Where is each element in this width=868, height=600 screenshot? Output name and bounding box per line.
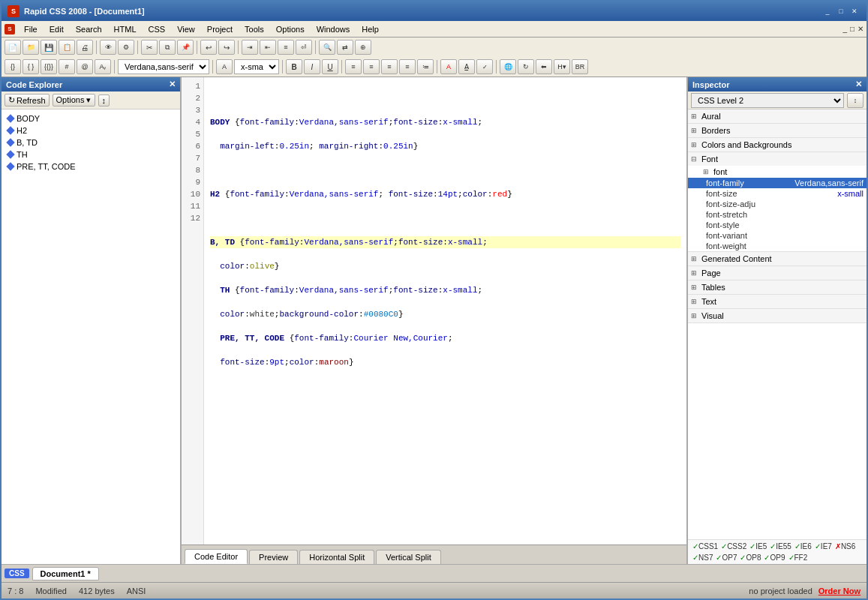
inspector-sort-btn[interactable]: ↕ xyxy=(847,93,863,108)
menu-edit[interactable]: Edit xyxy=(44,23,70,35)
paste-button[interactable]: 📌 xyxy=(177,40,194,55)
cut-button[interactable]: ✂ xyxy=(141,40,158,55)
copy-button[interactable]: ⧉ xyxy=(159,40,176,55)
tab-vertical-split[interactable]: Vertical Split xyxy=(376,550,441,564)
prop-font-size-adju[interactable]: font-size-adju xyxy=(688,199,866,209)
menu-restore[interactable]: □ xyxy=(850,25,854,33)
menu-project[interactable]: Project xyxy=(201,23,239,35)
title-bar-controls[interactable]: _ □ ✕ xyxy=(821,6,860,16)
bg-color-btn[interactable]: A̲ xyxy=(458,59,475,74)
menu-html[interactable]: HTML xyxy=(108,23,143,35)
menu-tools[interactable]: Tools xyxy=(239,23,270,35)
code-editor[interactable]: BODY {font-family:Verdana,sans-serif;fon… xyxy=(204,77,686,544)
group-colors-bg-header[interactable]: ⊞ Colors and Backgrounds xyxy=(688,138,866,152)
align-center-btn[interactable]: ≡ xyxy=(363,59,380,74)
tree-item-pre-tt-code[interactable]: PRE, TT, CODE xyxy=(2,160,180,172)
css-icon-btn[interactable]: {} xyxy=(5,59,21,74)
align-button[interactable]: ≡ xyxy=(278,40,294,55)
bold-button[interactable]: B xyxy=(286,59,302,74)
font-dropdown[interactable]: Verdana,sans-serif xyxy=(118,59,209,74)
prop-font-family[interactable]: font-family Verdana,sans-serif xyxy=(688,178,866,188)
open-button[interactable]: 📁 xyxy=(23,40,39,55)
text-color-btn[interactable]: A xyxy=(440,59,457,74)
print-button[interactable]: 🖨 xyxy=(77,40,93,55)
tab-preview[interactable]: Preview xyxy=(249,550,298,564)
tree-item-th[interactable]: TH xyxy=(2,148,180,160)
sub-group-font[interactable]: ⊞ font xyxy=(688,166,866,178)
menu-file[interactable]: File xyxy=(18,23,44,35)
tab-code-editor[interactable]: Code Editor xyxy=(185,549,248,564)
close-button[interactable]: ✕ xyxy=(848,6,860,16)
braces-btn[interactable]: { } xyxy=(23,59,39,74)
order-now-link[interactable]: Order Now xyxy=(818,586,860,596)
sort-button[interactable]: ↕ xyxy=(98,94,110,106)
save-button[interactable]: 💾 xyxy=(41,40,57,55)
group-page-header[interactable]: ⊞ Page xyxy=(688,266,866,280)
menu-css[interactable]: CSS xyxy=(143,23,172,35)
group-text-header[interactable]: ⊞ Text xyxy=(688,295,866,308)
saveas-button[interactable]: 📋 xyxy=(59,40,75,55)
prop-font-stretch[interactable]: font-stretch xyxy=(688,209,866,220)
size-dropdown[interactable]: x-sma xyxy=(234,59,279,74)
inspector-close[interactable]: ✕ xyxy=(855,80,862,89)
indent-button[interactable]: ⇥ xyxy=(242,40,258,55)
align-left-btn[interactable]: ≡ xyxy=(345,59,362,74)
prop-font-style[interactable]: font-style xyxy=(688,220,866,230)
options-button[interactable]: ⚙ xyxy=(118,40,134,55)
validate-btn[interactable]: ✓ xyxy=(476,59,493,74)
headings-btn[interactable]: H▾ xyxy=(554,59,570,74)
at-btn[interactable]: @ xyxy=(77,59,93,74)
menu-close[interactable]: ✕ xyxy=(857,25,863,33)
hash-btn[interactable]: # xyxy=(59,59,75,74)
prop-font-weight[interactable]: font-weight xyxy=(688,241,866,251)
maximize-button[interactable]: □ xyxy=(835,6,847,16)
br-btn[interactable]: BR xyxy=(572,59,588,74)
css-level-dropdown[interactable]: CSS Level 2 xyxy=(691,93,844,108)
list-btn[interactable]: ≔ xyxy=(417,59,434,74)
code-explorer-close[interactable]: ✕ xyxy=(169,80,176,89)
tree-item-body[interactable]: BODY xyxy=(2,112,180,124)
outdent-button[interactable]: ⇤ xyxy=(260,40,276,55)
group-font-header[interactable]: ⊟ Font xyxy=(688,152,866,166)
group-visual-header[interactable]: ⊞ Visual xyxy=(688,309,866,322)
wordwrap-button[interactable]: ⏎ xyxy=(296,40,312,55)
italic-button[interactable]: I xyxy=(304,59,320,74)
new-button[interactable]: 📄 xyxy=(5,40,21,55)
align-right-btn[interactable]: ≡ xyxy=(381,59,398,74)
curly-btn[interactable]: {{}} xyxy=(41,59,57,74)
prop-font-variant[interactable]: font-variant xyxy=(688,230,866,241)
font-color-btn[interactable]: A xyxy=(216,59,233,74)
group-tables-header[interactable]: ⊞ Tables xyxy=(688,280,866,294)
menu-options[interactable]: Options xyxy=(270,23,311,35)
preview-button[interactable]: 👁 xyxy=(100,40,116,55)
menu-minimize[interactable]: _ xyxy=(842,25,847,33)
underline-button[interactable]: U xyxy=(322,59,338,74)
refresh-btn[interactable]: ↻ xyxy=(518,59,534,74)
refresh-button[interactable]: ↻ Refresh xyxy=(5,94,50,106)
group-borders-header[interactable]: ⊞ Borders xyxy=(688,124,866,137)
browser-btn[interactable]: 🌐 xyxy=(500,59,516,74)
menu-help[interactable]: Help xyxy=(356,23,385,35)
menu-controls[interactable]: _ □ ✕ xyxy=(842,25,863,33)
group-generated-content-header[interactable]: ⊞ Generated Content xyxy=(688,252,866,266)
options-dropdown-button[interactable]: Options ▾ xyxy=(53,94,95,106)
group-aural-header[interactable]: ⊞ Aural xyxy=(688,110,866,123)
undo-button[interactable]: ↩ xyxy=(200,40,217,55)
code-content[interactable]: 1234 5678 9101112 BODY {font-family:Verd… xyxy=(182,77,686,544)
menu-windows[interactable]: Windows xyxy=(311,23,356,35)
menu-view[interactable]: View xyxy=(171,23,201,35)
find-button[interactable]: 🔍 xyxy=(319,40,335,55)
minimize-button[interactable]: _ xyxy=(821,6,833,16)
menu-search[interactable]: Search xyxy=(70,23,108,35)
doc-tab-document1[interactable]: Document1 * xyxy=(32,567,99,580)
justify-btn[interactable]: ≡ xyxy=(399,59,416,74)
zoom-button[interactable]: ⊕ xyxy=(355,40,371,55)
redo-button[interactable]: ↪ xyxy=(218,40,235,55)
font-btn[interactable]: Aᵧ xyxy=(95,59,111,74)
prop-font-size[interactable]: font-size x-small xyxy=(688,188,866,199)
tab-horizontal-split[interactable]: Horizontal Split xyxy=(299,550,374,564)
replace-button[interactable]: ⇄ xyxy=(337,40,353,55)
tree-item-b-td[interactable]: B, TD xyxy=(2,136,180,148)
tree-item-h2[interactable]: H2 xyxy=(2,124,180,136)
back-btn[interactable]: ⬅ xyxy=(536,59,552,74)
